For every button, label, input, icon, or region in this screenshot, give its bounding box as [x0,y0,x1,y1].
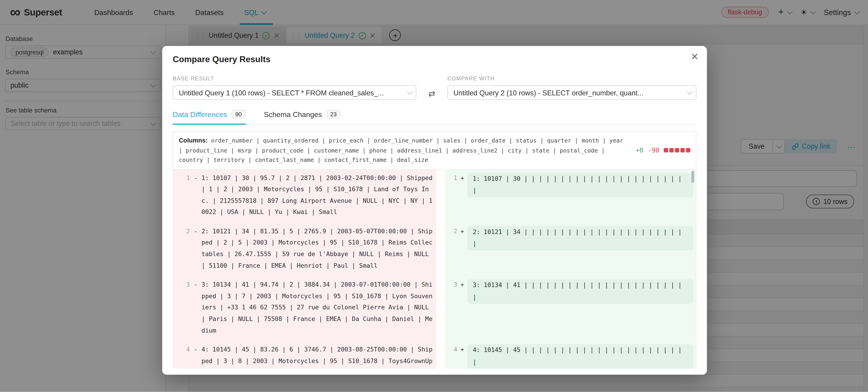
removed-marker: - [190,173,202,219]
diff-gap [436,276,445,341]
line-number: 1 [173,173,190,219]
close-icon[interactable]: ✕ [691,53,699,61]
diff-row-removed: 4 - 4: 10145 | 45 | 83.26 | 6 | 3746.7 |… [173,341,436,368]
diff-columns-list: Columns: order_number | quantity_ordered… [179,136,628,165]
diff-scrollbar-thumb[interactable] [691,170,694,183]
diff-gap [436,223,445,276]
added-marker: + [457,173,467,219]
added-row-block: 3: 10134 | 41 | | | | | | | | | | | | | … [467,280,694,304]
removed-intensity-squares [664,148,690,152]
diff-viewport[interactable]: 1 - 1: 10107 | 30 | 95.7 | 2 | 2871 | 20… [173,169,696,368]
diff-row-added: 1 + 1: 10107 | 30 | | | | | | | | | | | … [445,169,696,223]
tab-data-differences-label: Data Differences [173,110,227,118]
added-row-block: 1: 10107 | 30 | | | | | | | | | | | | | … [467,173,694,197]
added-marker: + [457,226,467,272]
added-marker: + [457,280,467,337]
compare-with-select[interactable]: Untitled Query 2 (10 rows) - SELECT orde… [447,85,696,100]
added-row-text: 1: 10107 | 30 | | | | | | | | | | | | | … [473,175,682,194]
diff-row-added: 2 + 2: 10121 | 34 | | | | | | | | | | | … [445,223,696,276]
removed-count: -90 [648,146,659,154]
compare-with-label: COMPARE WITH [447,75,696,82]
diff-container: Columns: order_number | quantity_ordered… [173,131,696,368]
compare-with-value: Untitled Query 2 (10 rows) - SELECT orde… [453,88,643,97]
line-number: 4 [445,344,457,368]
removed-row-text: 3: 10134 | 41 | 94.74 | 2 | 3884.34 | 20… [202,280,433,337]
compare-selects-row: BASE RESULT Untitled Query 1 (100 rows) … [173,75,696,100]
removed-row-text: 1: 10107 | 30 | 95.7 | 2 | 2871 | 2003-0… [202,173,433,219]
data-differences-count: 90 [231,110,246,119]
added-row-text: 3: 10134 | 41 | | | | | | | | | | | | | … [473,282,682,301]
diff-gap [436,169,445,223]
swap-queries-icon[interactable]: ⇄ [428,89,435,99]
removed-marker: - [190,344,202,368]
modal-tabs: Data Differences 90 Schema Changes 23 [173,110,696,125]
diff-grid: 1 - 1: 10107 | 30 | 95.7 | 2 | 2871 | 20… [173,169,696,368]
diff-row-removed: 3 - 3: 10134 | 41 | 94.74 | 2 | 3884.34 … [173,276,436,341]
base-result-value: Untitled Query 1 (100 rows) - SELECT * F… [179,88,384,97]
modal-title: Compare Query Results [173,54,696,64]
line-number: 3 [445,280,457,337]
removed-marker: - [190,226,202,272]
added-row-block: 2: 10121 | 34 | | | | | | | | | | | | | … [467,226,694,251]
chevron-down-icon [407,89,412,94]
sql-lab-page: ∞ Superset Dashboards Charts Datasets SQ… [0,0,868,392]
compare-query-results-modal: ✕ Compare Query Results BASE RESULT Unti… [162,46,707,375]
base-result-select[interactable]: Untitled Query 1 (100 rows) - SELECT * F… [173,85,416,100]
added-row-text: 4: 10145 | 45 | | | | | | | | | | | | | … [473,346,682,366]
line-number: 2 [445,226,457,272]
added-row-text: 2: 10121 | 34 | | | | | | | | | | | | | … [473,228,682,248]
removed-marker: - [190,280,202,337]
line-number: 4 [173,344,190,368]
line-number: 2 [173,226,190,272]
tab-schema-changes[interactable]: Schema Changes 23 [264,110,341,124]
chevron-down-icon [687,89,692,94]
added-row-block: 4: 10145 | 45 | | | | | | | | | | | | | … [467,344,694,368]
diff-row-removed: 1 - 1: 10107 | 30 | 95.7 | 2 | 2871 | 20… [173,169,436,223]
diff-row-added: 3 + 3: 10134 | 41 | | | | | | | | | | | … [445,276,696,341]
added-count: +0 [636,146,643,154]
removed-row-text: 2: 10121 | 34 | 81.35 | 5 | 2765.9 | 200… [202,226,433,272]
base-result-label: BASE RESULT [173,75,416,82]
diff-legend: +0 -90 [636,146,690,154]
columns-label: Columns: [179,137,208,143]
added-marker: + [457,344,467,368]
diff-columns-header: Columns: order_number | quantity_ordered… [173,132,696,169]
tab-schema-changes-label: Schema Changes [264,110,322,118]
removed-row-text: 4: 10145 | 45 | 83.26 | 6 | 3746.7 | 200… [202,344,433,368]
diff-gap [436,341,445,368]
tab-data-differences[interactable]: Data Differences 90 [173,110,246,124]
line-number: 3 [173,280,190,337]
schema-changes-count: 23 [326,110,341,119]
columns-text: order_number | quantity_ordered | price_… [179,137,623,163]
diff-row-added: 4 + 4: 10145 | 45 | | | | | | | | | | | … [445,341,696,368]
diff-row-removed: 2 - 2: 10121 | 34 | 81.35 | 5 | 2765.9 |… [173,223,436,276]
line-number: 1 [445,173,457,219]
